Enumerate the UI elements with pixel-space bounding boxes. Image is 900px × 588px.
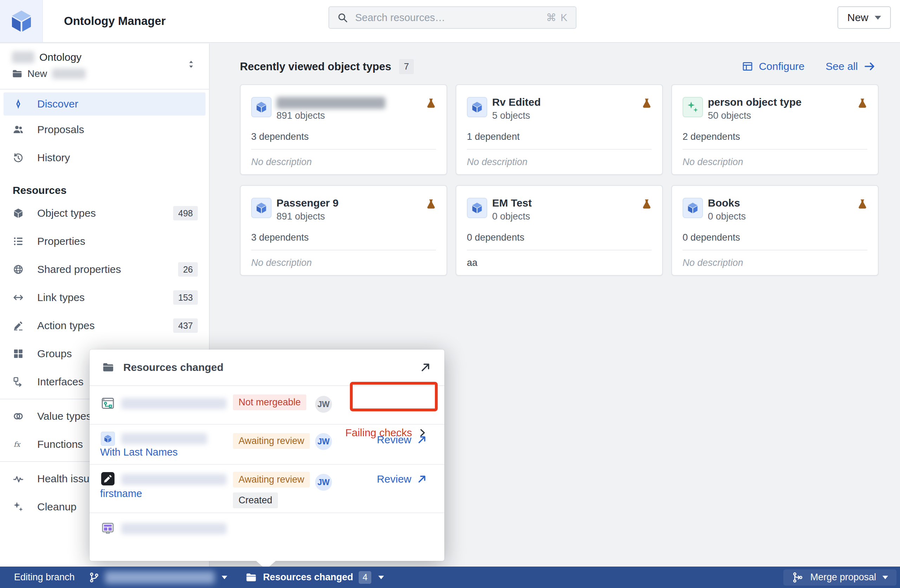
object-type-card[interactable]: Passenger 9 891 objects 3 dependents No … <box>240 185 447 276</box>
merge-proposal-button[interactable]: Merge proposal <box>784 569 897 585</box>
status-badge: Awaiting review <box>233 433 310 449</box>
divider <box>467 149 652 150</box>
action-pencil-icon <box>12 320 24 331</box>
object-count: 5 objects <box>492 110 530 121</box>
double-arrow-icon <box>12 292 24 303</box>
git-merge-icon <box>792 571 804 583</box>
sidebar-item-shared-properties[interactable]: Shared properties 26 <box>0 255 209 284</box>
object-type-card[interactable]: Books 0 objects 0 dependents No descript… <box>671 185 878 276</box>
pencil-icon <box>101 472 115 486</box>
status-badge: Awaiting review <box>233 472 310 487</box>
sparkles-icon <box>12 501 24 512</box>
folder-icon <box>12 68 22 79</box>
layout-panel-icon <box>742 61 753 72</box>
sidebar-item-label: History <box>37 152 70 164</box>
sparkles-icon <box>683 97 703 117</box>
sidebar-item-discover[interactable]: Discover <box>3 92 205 116</box>
section-actions: Configure See all <box>742 61 875 72</box>
app-logo[interactable] <box>0 0 43 42</box>
search-input[interactable]: Search resources… ⌘ K <box>329 6 576 29</box>
avatar: JW <box>315 474 332 491</box>
review-label: Review <box>377 473 411 485</box>
object-type-icon <box>101 432 115 446</box>
configure-button[interactable]: Configure <box>742 61 804 72</box>
count-badge: 498 <box>173 206 198 220</box>
object-type-card[interactable]: Rv Edited 5 objects 1 dependent No descr… <box>456 84 663 175</box>
divider <box>251 149 436 150</box>
schema-icon <box>101 397 115 411</box>
object-type-card[interactable]: person object type 50 objects 2 dependen… <box>671 84 878 175</box>
ontology-switcher[interactable]: Ontology New <box>0 43 209 90</box>
experimental-flask-icon <box>641 199 652 210</box>
redacted-ontology-name <box>12 51 34 63</box>
grid-icon <box>12 348 24 359</box>
divider <box>683 250 867 250</box>
object-type-card[interactable]: 891 objects 3 dependents No description <box>240 84 447 175</box>
sidebar-item-label: Interfaces <box>37 376 84 388</box>
fx-icon: fx <box>12 439 24 450</box>
status-badges: Awaiting review Created <box>233 472 310 508</box>
sidebar-item-label: Object types <box>37 207 96 219</box>
changed-resource-row[interactable]: Not mergeable JW Failing checks <box>90 386 444 425</box>
review-link[interactable]: Review <box>377 434 428 446</box>
sidebar-item-link-types[interactable]: Link types 153 <box>0 284 209 312</box>
overlapping-circles-icon <box>12 411 24 422</box>
sidebar-item-properties[interactable]: Properties <box>0 227 209 255</box>
git-branch-icon <box>88 571 100 583</box>
card-title: EM Test <box>492 197 532 209</box>
cube-icon <box>12 208 24 219</box>
resources-changed-caret[interactable] <box>378 576 384 579</box>
sidebar-item-object-types[interactable]: Object types 498 <box>0 199 209 227</box>
sidebar-item-proposals[interactable]: Proposals <box>0 116 209 144</box>
search-shortcut: ⌘ K <box>546 12 568 23</box>
sidebar-item-action-types[interactable]: Action types 437 <box>0 312 209 340</box>
redacted-resource-name <box>121 474 227 485</box>
see-all-button[interactable]: See all <box>826 61 875 72</box>
history-clock-icon <box>12 152 24 163</box>
card-description: No description <box>467 157 528 168</box>
popup-header: Resources changed <box>90 349 444 386</box>
cube-icon <box>467 97 487 117</box>
ontology-manager-app: Ontology Manager Search resources… ⌘ K N… <box>0 0 900 588</box>
resources-section-header: Resources <box>12 185 209 196</box>
open-external-icon <box>416 434 428 445</box>
new-button-label: New <box>847 12 868 23</box>
open-external-icon[interactable] <box>419 361 432 374</box>
changed-resource-row[interactable]: firstname Awaiting review Created JW Rev… <box>90 465 444 513</box>
object-type-card[interactable]: EM Test 0 objects 0 dependents aa <box>456 185 663 276</box>
divider <box>251 250 436 250</box>
open-external-icon <box>416 473 428 485</box>
branch-dropdown-caret[interactable] <box>222 576 227 579</box>
status-badge: Not mergeable <box>233 394 306 410</box>
changed-resource-row[interactable]: With Last Names Awaiting review JW Revie… <box>90 425 444 465</box>
cube-icon <box>251 198 272 218</box>
section-title: Recently viewed object types <box>240 61 391 73</box>
card-description: No description <box>251 258 312 268</box>
count-badge: 153 <box>173 290 198 305</box>
changed-resource-row[interactable] <box>90 513 444 561</box>
page-title: Ontology Manager <box>64 14 166 28</box>
experimental-flask-icon <box>641 98 652 109</box>
card-description: aa <box>467 258 477 268</box>
redacted-branch-name <box>52 68 86 79</box>
dependents-count: 0 dependents <box>467 232 524 243</box>
status-badges: Awaiting review <box>233 433 310 449</box>
sidebar-item-label: Cleanup <box>37 501 77 513</box>
change-badge: Created <box>233 492 278 508</box>
new-button[interactable]: New <box>838 6 891 29</box>
switch-ontology-icon[interactable] <box>186 59 196 70</box>
object-count: 891 objects <box>276 110 325 121</box>
globe-icon <box>12 264 24 275</box>
card-description: No description <box>251 157 312 168</box>
resource-link[interactable]: firstname <box>100 488 142 500</box>
review-link[interactable]: Review <box>377 473 428 485</box>
dependents-count: 3 dependents <box>251 131 309 142</box>
sidebar-item-history[interactable]: History <box>0 144 209 172</box>
object-count: 0 objects <box>492 211 530 222</box>
resources-changed-button[interactable]: Resources changed <box>263 572 354 583</box>
resources-changed-popup: Resources changed Not <box>90 349 444 561</box>
folder-icon <box>102 361 114 373</box>
resource-link[interactable]: With Last Names <box>100 447 178 458</box>
object-count: 50 objects <box>708 110 751 121</box>
pulse-icon <box>12 473 24 484</box>
